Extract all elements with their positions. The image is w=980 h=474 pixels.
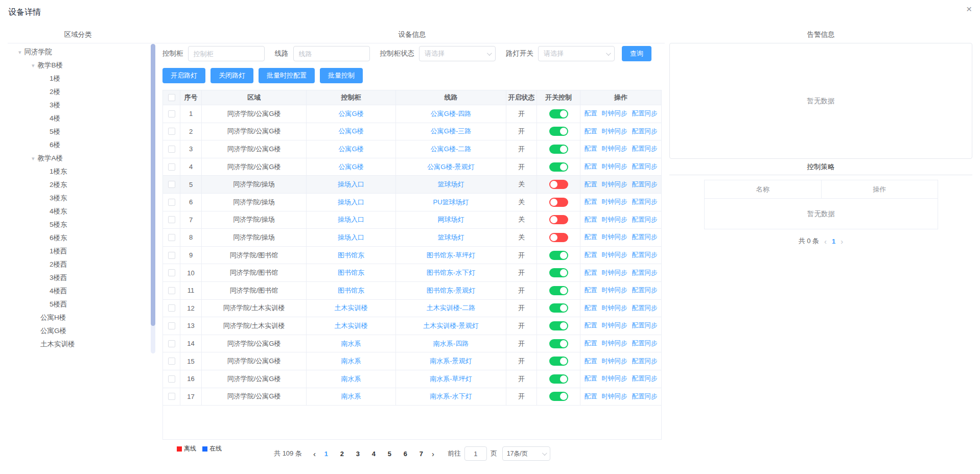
clock-sync-link[interactable]: 时钟同步 — [602, 233, 627, 242]
line-link[interactable]: 土木实训楼-二路 — [427, 303, 475, 313]
page-number[interactable]: 3 — [352, 450, 364, 458]
tree-item[interactable]: 3楼西 — [0, 271, 147, 285]
tree-item[interactable]: 6楼 — [0, 138, 147, 152]
config-sync-link[interactable]: 配置同步 — [632, 269, 658, 277]
page-number[interactable]: 5 — [383, 450, 396, 458]
cabinet-link[interactable]: 公寓G楼 — [338, 127, 363, 136]
config-link[interactable]: 配置 — [585, 127, 597, 136]
clock-sync-link[interactable]: 时钟同步 — [602, 286, 627, 295]
row-checkbox[interactable] — [168, 358, 175, 365]
goto-page-input[interactable] — [464, 446, 487, 461]
clock-sync-link[interactable]: 时钟同步 — [602, 109, 627, 118]
expand-caret-icon[interactable]: ▾ — [18, 49, 21, 56]
cabinet-link[interactable]: 操场入口 — [338, 233, 364, 242]
batch-action-button[interactable]: 批量时控配置 — [259, 68, 315, 83]
switch-toggle[interactable] — [549, 198, 568, 207]
config-sync-link[interactable]: 配置同步 — [632, 127, 658, 136]
clock-sync-link[interactable]: 时钟同步 — [602, 321, 627, 330]
config-sync-link[interactable]: 配置同步 — [632, 392, 658, 401]
config-sync-link[interactable]: 配置同步 — [632, 162, 658, 171]
row-checkbox[interactable] — [168, 340, 175, 347]
cabinet-link[interactable]: 土木实训楼 — [335, 303, 368, 313]
tree-item[interactable]: 公寓H楼 — [0, 311, 147, 324]
line-link[interactable]: 南水系-四路 — [433, 339, 469, 348]
search-button[interactable]: 查询 — [622, 46, 651, 61]
tree-item[interactable]: 5楼东 — [0, 218, 147, 231]
tree-item[interactable]: 2楼西 — [0, 258, 147, 271]
tree-scrollbar[interactable] — [151, 44, 155, 353]
switch-toggle[interactable] — [549, 357, 568, 366]
page-number[interactable]: 6 — [399, 450, 412, 458]
row-checkbox[interactable] — [168, 304, 175, 312]
batch-action-button[interactable]: 开启路灯 — [162, 68, 205, 83]
row-checkbox[interactable] — [168, 110, 175, 117]
batch-action-button[interactable]: 关闭路灯 — [211, 68, 253, 83]
config-link[interactable]: 配置 — [585, 198, 597, 206]
cabinet-link[interactable]: 图书馆东 — [338, 251, 364, 260]
select-all-checkbox[interactable] — [168, 94, 175, 101]
clock-sync-link[interactable]: 时钟同步 — [602, 339, 627, 348]
row-checkbox[interactable] — [168, 252, 175, 259]
row-checkbox[interactable] — [168, 199, 175, 206]
next-page-icon[interactable]: › — [428, 449, 438, 458]
cabinet-link[interactable]: 公寓G楼 — [338, 145, 363, 154]
config-sync-link[interactable]: 配置同步 — [632, 304, 658, 313]
line-link[interactable]: 网球场灯 — [438, 215, 464, 224]
tree-item[interactable]: 3楼 — [0, 99, 147, 112]
switch-toggle[interactable] — [549, 268, 568, 277]
config-sync-link[interactable]: 配置同步 — [632, 251, 658, 259]
line-link[interactable]: 公寓G楼-四路 — [431, 109, 471, 118]
switch-toggle[interactable] — [549, 215, 568, 224]
row-checkbox[interactable] — [168, 181, 175, 188]
page-number[interactable]: 2 — [336, 450, 348, 458]
switch-toggle[interactable] — [549, 109, 568, 118]
row-checkbox[interactable] — [168, 163, 175, 171]
config-link[interactable]: 配置 — [585, 216, 597, 224]
clock-sync-link[interactable]: 时钟同步 — [602, 304, 627, 313]
cabinet-link[interactable]: 操场入口 — [338, 180, 364, 189]
clock-sync-link[interactable]: 时钟同步 — [602, 198, 627, 206]
clock-sync-link[interactable]: 时钟同步 — [602, 162, 627, 171]
line-link[interactable]: 南水系-水下灯 — [430, 392, 472, 401]
row-checkbox[interactable] — [168, 234, 175, 241]
tree-scrollbar-thumb[interactable] — [151, 44, 155, 326]
tree-item[interactable]: 1楼 — [0, 72, 147, 85]
tree-item[interactable]: 土木实训楼 — [0, 338, 147, 351]
config-link[interactable]: 配置 — [585, 109, 597, 118]
line-link[interactable]: 土木实训楼-景观灯 — [423, 321, 478, 330]
config-sync-link[interactable]: 配置同步 — [632, 109, 658, 118]
cabinet-link[interactable]: 南水系 — [341, 339, 361, 348]
switch-toggle[interactable] — [549, 251, 568, 260]
config-link[interactable]: 配置 — [585, 145, 597, 153]
close-icon[interactable]: × — [966, 4, 972, 14]
cabinet-link[interactable]: 土木实训楼 — [335, 321, 368, 330]
config-link[interactable]: 配置 — [585, 233, 597, 242]
row-checkbox[interactable] — [168, 375, 175, 383]
config-link[interactable]: 配置 — [585, 392, 597, 401]
batch-action-button[interactable]: 批量控制 — [320, 68, 363, 83]
clock-sync-link[interactable]: 时钟同步 — [602, 392, 627, 401]
config-sync-link[interactable]: 配置同步 — [632, 339, 658, 348]
cabinet-filter-input[interactable] — [188, 46, 265, 61]
switch-toggle[interactable] — [549, 339, 568, 348]
row-checkbox[interactable] — [168, 393, 175, 400]
config-link[interactable]: 配置 — [585, 339, 597, 348]
cabinet-link[interactable]: 操场入口 — [338, 215, 364, 224]
line-link[interactable]: 公寓G楼-景观灯 — [427, 162, 474, 172]
line-link[interactable]: PU篮球场灯 — [433, 198, 469, 207]
tree-item[interactable]: 4楼西 — [0, 285, 147, 298]
config-sync-link[interactable]: 配置同步 — [632, 198, 658, 206]
row-checkbox[interactable] — [168, 146, 175, 153]
config-sync-link[interactable]: 配置同步 — [632, 216, 658, 224]
config-link[interactable]: 配置 — [585, 304, 597, 313]
row-checkbox[interactable] — [168, 287, 175, 294]
config-link[interactable]: 配置 — [585, 321, 597, 330]
config-link[interactable]: 配置 — [585, 286, 597, 295]
cabinet-link[interactable]: 公寓G楼 — [338, 109, 363, 118]
clock-sync-link[interactable]: 时钟同步 — [602, 357, 627, 366]
cabinet-link[interactable]: 图书馆东 — [338, 286, 364, 295]
line-link[interactable]: 图书馆东-景观灯 — [427, 286, 475, 295]
tree-item[interactable]: ▾同济学院 — [0, 45, 147, 59]
tree-item[interactable]: 2楼 — [0, 85, 147, 99]
line-link[interactable]: 南水系-景观灯 — [430, 357, 472, 366]
